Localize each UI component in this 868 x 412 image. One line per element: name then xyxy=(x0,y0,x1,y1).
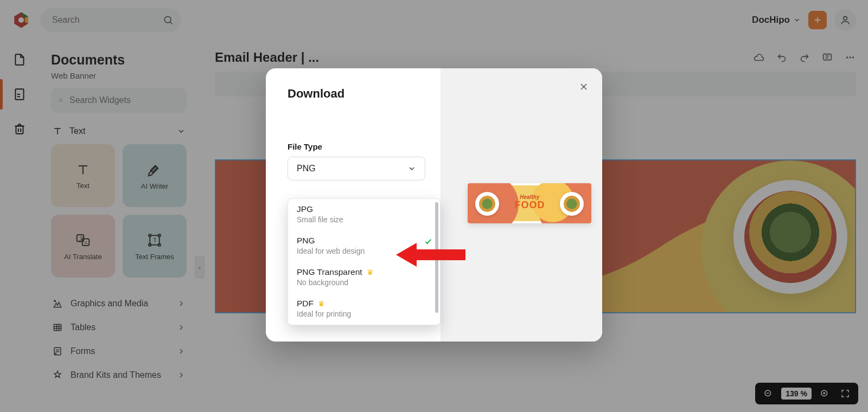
annotation-arrow xyxy=(396,239,467,282)
filetype-option-jpg[interactable]: JPG Small file size xyxy=(288,199,440,230)
download-modal: Download File Type PNG Healthy xyxy=(266,68,602,342)
svg-marker-52 xyxy=(396,243,465,267)
option-title: PDF xyxy=(297,299,314,308)
crown-icon: ♛ xyxy=(367,268,374,276)
modal-title: Download xyxy=(288,87,425,101)
option-desc: Small file size xyxy=(297,215,431,224)
close-icon xyxy=(578,81,589,92)
filetype-option-pdf[interactable]: PDF ♛ Ideal for printing xyxy=(288,293,440,325)
option-title: PNG xyxy=(297,236,315,246)
option-title: JPG xyxy=(297,204,313,214)
filetype-select[interactable]: PNG xyxy=(288,157,425,181)
modal-overlay: Download File Type PNG Healthy xyxy=(0,0,868,412)
option-desc: Ideal for printing xyxy=(297,310,431,318)
close-button[interactable] xyxy=(578,81,589,92)
option-title: PNG Transparent xyxy=(297,267,362,277)
preview-line2: FOOD xyxy=(470,200,589,210)
filetype-label: File Type xyxy=(288,142,425,151)
chevron-down-icon xyxy=(407,164,416,173)
filetype-selected: PNG xyxy=(297,164,316,173)
download-preview: Healthy FOOD xyxy=(468,183,591,223)
crown-icon: ♛ xyxy=(318,299,325,308)
